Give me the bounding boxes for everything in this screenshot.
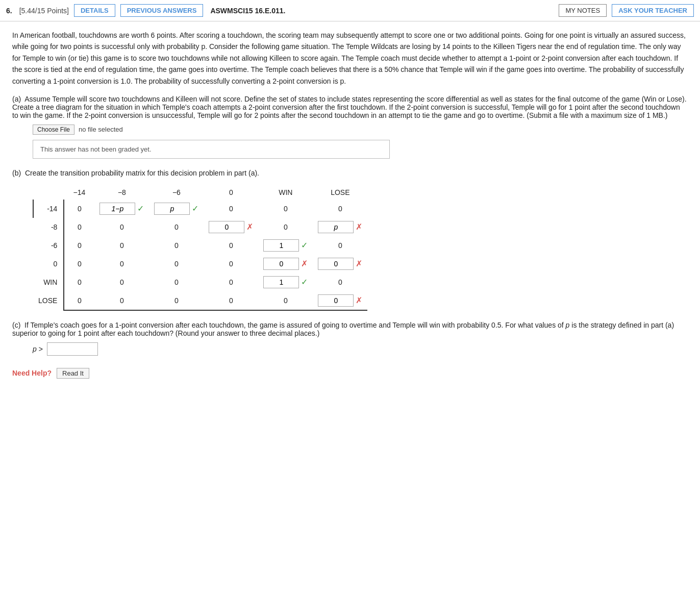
col-header-neg14: −14 — [64, 185, 94, 200]
col-header-lose: LOSE — [313, 185, 367, 200]
matrix-cell: 0 — [64, 255, 94, 273]
correct-icon: ✓ — [137, 204, 144, 213]
matrix-cell: 0 — [258, 200, 313, 218]
matrix-cell: ✗ — [313, 218, 367, 236]
matrix-corner — [33, 185, 64, 200]
matrix-cell: ✗ — [313, 255, 367, 273]
part-c-label: (c) If Temple's coach goes for a 1-point… — [12, 321, 688, 337]
matrix-cell: 0 — [64, 291, 94, 310]
matrix-input-1-3[interactable] — [209, 221, 244, 233]
wrong-icon: ✗ — [356, 259, 362, 268]
wrong-icon: ✗ — [356, 295, 362, 305]
matrix-cell: 0 — [313, 236, 367, 255]
matrix-input-4-4[interactable] — [263, 276, 299, 288]
matrix-input-1-5[interactable] — [318, 221, 354, 233]
part-b-letter: (b) — [12, 169, 21, 177]
part-a-label: (a) Assume Temple will score two touchdo… — [12, 95, 688, 119]
matrix-input-5-5[interactable] — [318, 294, 354, 307]
matrix-table: −14 −8 −6 0 WIN LOSE -140✓✓000-8000✗0✗-6… — [33, 185, 367, 311]
question-number: 6. — [6, 7, 12, 15]
p-value-input[interactable] — [47, 342, 98, 356]
read-it-button[interactable]: Read It — [57, 368, 89, 379]
matrix-cell: 0 — [204, 291, 258, 310]
part-a-text: Assume Temple will score two touchdowns … — [12, 95, 687, 119]
matrix-input-3-4[interactable] — [263, 258, 299, 270]
matrix-cell: 0 — [64, 273, 94, 291]
previous-answers-button[interactable]: PREVIOUS ANSWERS — [120, 4, 204, 17]
row-label-0: 0 — [33, 255, 64, 273]
matrix-input-2-4[interactable] — [263, 239, 299, 252]
matrix-cell: 0 — [258, 218, 313, 236]
row-label-LOSE: LOSE — [33, 291, 64, 310]
need-help-label: Need Help? — [12, 369, 52, 377]
matrix-cell: 0 — [204, 236, 258, 255]
main-content: In American football, touchdowns are wor… — [0, 21, 700, 387]
matrix-row: LOSE00000✗ — [33, 291, 367, 310]
matrix-input-0-2[interactable] — [154, 203, 190, 215]
matrix-cell: 0 — [149, 273, 204, 291]
choose-file-button[interactable]: Choose File — [33, 125, 74, 135]
problem-text: In American football, touchdowns are wor… — [12, 30, 688, 87]
grading-box: This answer has not been graded yet. — [33, 140, 390, 159]
matrix-cell: 0 — [149, 218, 204, 236]
matrix-cell: 0 — [204, 273, 258, 291]
file-upload-row: Choose File no file selected — [33, 125, 688, 135]
part-b-text: Create the transition probability matrix… — [25, 169, 259, 177]
matrix-input-3-5[interactable] — [318, 258, 354, 270]
matrix-cell: 0 — [149, 255, 204, 273]
matrix-container: −14 −8 −6 0 WIN LOSE -140✓✓000-8000✗0✗-6… — [33, 185, 688, 311]
col-header-neg6: −6 — [149, 185, 204, 200]
col-header-0: 0 — [204, 185, 258, 200]
col-header-win: WIN — [258, 185, 313, 200]
matrix-cell: ✗ — [204, 218, 258, 236]
problem-text-content: In American football, touchdowns are wor… — [12, 31, 686, 85]
wrong-icon: ✗ — [246, 222, 253, 232]
my-notes-button[interactable]: MY NOTES — [559, 4, 607, 17]
matrix-cell: ✓ — [149, 200, 204, 218]
correct-icon: ✓ — [301, 240, 308, 250]
matrix-row: -140✓✓000 — [33, 200, 367, 218]
matrix-cell: 0 — [94, 273, 149, 291]
part-b: (b) Create the transition probability ma… — [12, 169, 688, 311]
part-a-letter: (a) — [12, 95, 21, 103]
p-greater-label: p > — [33, 345, 43, 353]
p-greater-row: p > — [33, 342, 688, 356]
matrix-cell: 0 — [149, 236, 204, 255]
need-help-row: Need Help? Read It — [12, 368, 688, 379]
matrix-cell: ✓ — [258, 273, 313, 291]
ask-teacher-button[interactable]: ASK YOUR TEACHER — [612, 4, 694, 17]
part-c-text: If Temple's coach goes for a 1-point con… — [12, 321, 674, 337]
grading-text: This answer has not been graded yet. — [40, 145, 152, 153]
matrix-row: -8000✗0✗ — [33, 218, 367, 236]
matrix-row: 00000✗✗ — [33, 255, 367, 273]
wrong-icon: ✗ — [356, 222, 362, 232]
matrix-cell: ✗ — [258, 255, 313, 273]
matrix-cell: 0 — [94, 255, 149, 273]
matrix-row: -60000✓0 — [33, 236, 367, 255]
correct-icon: ✓ — [301, 277, 308, 287]
matrix-row: WIN0000✓0 — [33, 273, 367, 291]
matrix-cell: 0 — [313, 200, 367, 218]
matrix-cell: 0 — [204, 200, 258, 218]
row-label-WIN: WIN — [33, 273, 64, 291]
part-a: (a) Assume Temple will score two touchdo… — [12, 95, 688, 159]
matrix-cell: 0 — [313, 273, 367, 291]
matrix-cell: 0 — [94, 218, 149, 236]
row-label--14: -14 — [33, 200, 64, 218]
row-label--6: -6 — [33, 236, 64, 255]
col-header-neg8: −8 — [94, 185, 149, 200]
matrix-cell: 0 — [258, 291, 313, 310]
question-code: ASWMSCI15 16.E.011. — [210, 7, 285, 15]
no-file-text: no file selected — [79, 126, 123, 133]
matrix-cell: 0 — [149, 291, 204, 310]
correct-icon: ✓ — [192, 204, 198, 213]
matrix-input-0-1[interactable] — [99, 203, 135, 215]
matrix-cell: ✗ — [313, 291, 367, 310]
matrix-cell: 0 — [204, 255, 258, 273]
part-b-label: (b) Create the transition probability ma… — [12, 169, 688, 177]
matrix-cell: 0 — [94, 291, 149, 310]
row-label--8: -8 — [33, 218, 64, 236]
details-button[interactable]: DETAILS — [74, 4, 115, 17]
wrong-icon: ✗ — [301, 259, 308, 268]
matrix-cell: 0 — [64, 236, 94, 255]
